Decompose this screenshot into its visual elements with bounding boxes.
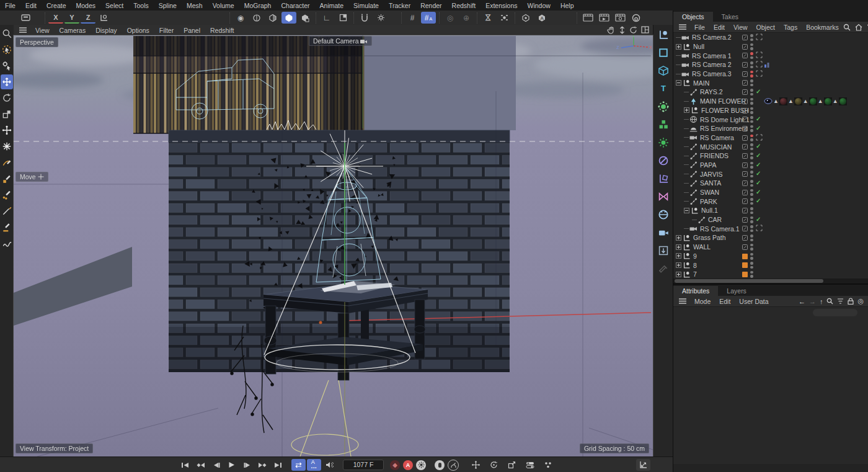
attr-menu-item[interactable]: User Data	[735, 298, 773, 305]
object-row[interactable]: Null	[673, 42, 868, 51]
loop-mode-button[interactable]	[291, 459, 306, 471]
object-row[interactable]: RAYS.2✓	[673, 87, 868, 97]
tab-layers[interactable]: Layers	[718, 286, 755, 296]
render-check-icon[interactable]: ✓	[756, 170, 763, 177]
edit-badge-icon[interactable]	[742, 171, 748, 177]
expand-icon[interactable]	[676, 262, 681, 268]
expand-icon[interactable]	[676, 272, 681, 277]
visibility-dots[interactable]	[750, 107, 753, 114]
viewport-menu-item[interactable]: Display	[91, 27, 122, 34]
object-label[interactable]: SANTA	[700, 179, 721, 187]
visibility-dots[interactable]	[750, 171, 753, 177]
goto-next-key-button[interactable]	[255, 459, 270, 471]
visibility-dots[interactable]	[750, 43, 753, 50]
field-button[interactable]	[655, 134, 671, 151]
attr-burger-icon[interactable]	[675, 295, 690, 307]
visibility-dots[interactable]	[750, 207, 753, 214]
isoline-button[interactable]: ◎	[443, 12, 458, 24]
edit-badge-icon[interactable]	[742, 44, 748, 50]
edit-badge-icon[interactable]	[742, 244, 748, 250]
object-label[interactable]: MAIN	[693, 79, 709, 87]
om-menu-item[interactable]: File	[690, 24, 709, 31]
play-button[interactable]	[224, 459, 239, 471]
visibility-dots[interactable]	[750, 153, 753, 159]
object-row[interactable]: 7	[673, 270, 868, 278]
make-editable-button[interactable]	[518, 12, 533, 24]
object-row[interactable]: RS Camera.1	[673, 224, 868, 233]
object-label[interactable]: MUSICIAN	[700, 143, 732, 151]
rotate-view-icon[interactable]	[629, 26, 637, 34]
visibility-dots[interactable]	[750, 52, 753, 59]
render-check-icon[interactable]: ✓	[756, 161, 763, 169]
edit-badge-icon[interactable]	[742, 180, 748, 186]
key-pla-toggle[interactable]	[541, 459, 555, 471]
pen-line-tool[interactable]	[1, 220, 13, 234]
visibility-dots[interactable]	[750, 125, 753, 132]
keyframe-options-button[interactable]	[416, 460, 426, 470]
edit-badge-icon[interactable]	[742, 35, 748, 40]
visibility-dots[interactable]	[750, 271, 753, 278]
lock-x-axis-button[interactable]: X	[48, 12, 63, 24]
selection-tag-icon[interactable]: ▲	[773, 97, 779, 105]
fracture-button[interactable]	[655, 116, 671, 133]
visibility-dots[interactable]	[750, 98, 753, 105]
object-label[interactable]: RS Environment	[700, 125, 747, 132]
tab-attributes[interactable]: Attributes	[673, 286, 718, 296]
object-row[interactable]: MAIN	[673, 78, 868, 87]
object-row[interactable]: RS Camera 2	[673, 60, 868, 69]
object-row[interactable]: 8	[673, 260, 868, 270]
expand-icon[interactable]	[676, 253, 681, 259]
camera-target-icon[interactable]	[756, 225, 763, 232]
object-row[interactable]: RS Dome Light.1✓	[673, 115, 868, 124]
viewport-menu-item[interactable]: Options	[122, 27, 154, 34]
visibility-dots[interactable]	[750, 198, 753, 205]
object-label[interactable]: RS Camera.1	[700, 225, 740, 233]
polygons-mode-button[interactable]	[265, 12, 280, 24]
edit-badge-icon[interactable]	[742, 235, 748, 241]
om-burger-icon[interactable]	[675, 21, 690, 33]
attr-up-icon[interactable]: ↑	[820, 298, 823, 305]
object-row[interactable]: RS Camera 1	[673, 51, 868, 60]
edit-badge-icon[interactable]	[742, 153, 748, 159]
render-check-icon[interactable]: ✓	[756, 115, 763, 123]
enable-axis-button[interactable]: ∟	[319, 12, 334, 24]
texture-mode-button[interactable]	[298, 12, 312, 24]
visibility-dots[interactable]	[750, 225, 753, 232]
tab-objects[interactable]: Objects	[673, 12, 713, 22]
object-label[interactable]: Null.1	[701, 207, 718, 214]
menu-item[interactable]: Modes	[71, 2, 101, 9]
menu-item[interactable]: Select	[100, 2, 128, 9]
symmetry-button[interactable]	[655, 188, 671, 205]
object-label[interactable]: 8	[693, 262, 697, 269]
menu-item[interactable]: MoGraph	[239, 2, 277, 9]
render-check-icon[interactable]: ✓	[756, 88, 763, 96]
edit-badge-icon[interactable]	[742, 163, 748, 168]
edit-badge-icon[interactable]	[742, 226, 748, 231]
om-menu-item[interactable]: Object	[752, 24, 779, 31]
menu-item[interactable]: Help	[556, 2, 579, 9]
collapse-icon[interactable]	[684, 208, 689, 213]
object-row[interactable]: MUSICIAN✓	[673, 142, 868, 151]
toggle-views-icon[interactable]	[641, 26, 649, 34]
menu-item[interactable]: Character	[276, 2, 314, 9]
lock-y-axis-button[interactable]: Y	[64, 12, 79, 24]
menu-item[interactable]: Spline	[154, 2, 182, 9]
move-tool[interactable]	[1, 74, 13, 89]
om-home-icon[interactable]	[855, 24, 862, 31]
live-selection-tool[interactable]	[1, 42, 13, 57]
object-label[interactable]: PARK	[700, 198, 717, 205]
viewport-menu-item[interactable]: Cameras	[55, 27, 91, 34]
tab-takes[interactable]: Takes	[713, 12, 747, 22]
keying-hud-button[interactable]	[448, 460, 459, 471]
om-menu-item[interactable]: Edit	[709, 24, 729, 31]
menu-item[interactable]: Volume	[208, 2, 239, 9]
expand-icon[interactable]	[676, 244, 681, 250]
knife-tool[interactable]	[1, 203, 13, 218]
object-row[interactable]: FLOWER BUSH	[673, 106, 868, 115]
text-button[interactable]: T	[655, 80, 671, 97]
attr-forward-icon[interactable]: →	[809, 298, 816, 305]
spline-smooth-tool[interactable]	[1, 187, 13, 202]
visibility-dots[interactable]	[750, 189, 753, 196]
selection-tag-icon[interactable]: ▲	[818, 97, 823, 105]
gravity-center-button[interactable]: ⊕	[459, 12, 474, 24]
